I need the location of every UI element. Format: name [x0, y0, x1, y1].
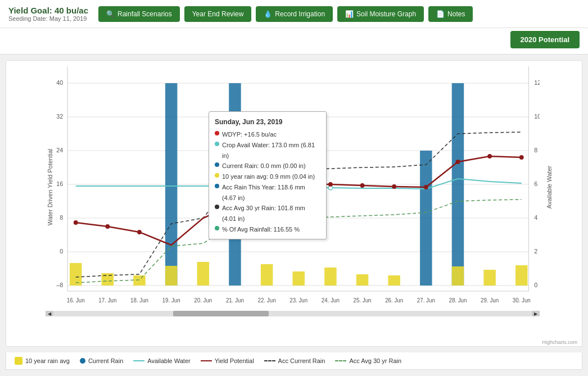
- legend-acc-avg-30yr: Acc Avg 30 yr Rain: [335, 357, 401, 364]
- tooltip-acc-avg-row: Acc Avg 30 yr Rain: 101.8 mm (4.01 in): [215, 203, 320, 224]
- legend-yield-potential-line: [201, 360, 212, 361]
- svg-rect-40: [420, 151, 432, 286]
- svg-point-69: [519, 155, 524, 160]
- potential-button[interactable]: 2020 Potential: [510, 31, 580, 48]
- tooltip-title: Sunday, Jun 23, 2019: [215, 116, 320, 128]
- svg-text:16: 16: [56, 180, 63, 187]
- chart-legend: 10 year rain avg Current Rain Available …: [6, 352, 582, 370]
- scrollbar-track[interactable]: [53, 311, 532, 316]
- svg-point-60: [105, 224, 110, 229]
- svg-text:12: 12: [534, 79, 540, 86]
- header: Yield Goal: 40 bu/ac Seeding Date: May 1…: [0, 0, 588, 28]
- svg-rect-45: [261, 264, 273, 286]
- svg-text:8: 8: [534, 147, 537, 153]
- svg-rect-44: [197, 262, 209, 286]
- svg-text:40: 40: [56, 79, 63, 86]
- svg-text:28. Jun: 28. Jun: [449, 297, 467, 303]
- svg-text:–8: –8: [56, 282, 63, 288]
- legend-acc-current-rain-line: [264, 360, 275, 361]
- droplet-icon: 💧: [264, 10, 272, 18]
- chart-tooltip: Sunday, Jun 23, 2019 WDYP: +16.5 bu/ac C…: [209, 111, 327, 239]
- legend-ten-year-label: 10 year rain avg: [25, 357, 70, 364]
- svg-rect-41: [452, 83, 464, 286]
- tooltip-acc-rain-row: Acc Rain This Year: 118.6 mm (4.67 in): [215, 182, 320, 203]
- tooltip-pct-avg: % Of Avg Rainfall: 116.55 %: [222, 224, 300, 235]
- soil-moisture-button[interactable]: 📊 Soil Moisture Graph: [337, 6, 424, 22]
- scroll-left-button[interactable]: ◀: [46, 311, 53, 316]
- tooltip-acc-rain: Acc Rain This Year: 118.6 mm (4.67 in): [222, 182, 320, 203]
- acc-avg-dot: [215, 205, 219, 209]
- rainfall-scenarios-button[interactable]: 🔍 Rainfall Scenarios: [98, 6, 180, 22]
- notes-icon: 📄: [436, 10, 445, 18]
- svg-text:Date: Date: [291, 307, 305, 308]
- svg-rect-42: [70, 263, 82, 286]
- header-title: Yield Goal: 40 bu/ac Seeding Date: May 1…: [8, 6, 88, 22]
- svg-text:4: 4: [534, 214, 537, 221]
- svg-text:24: 24: [56, 147, 63, 153]
- svg-text:25. Jun: 25. Jun: [354, 297, 372, 303]
- svg-rect-51: [133, 275, 145, 286]
- legend-avail-water-line: [133, 360, 144, 361]
- svg-text:20. Jun: 20. Jun: [194, 297, 212, 303]
- pct-dot: [215, 226, 219, 230]
- svg-text:22. Jun: 22. Jun: [258, 297, 276, 303]
- svg-point-61: [137, 230, 142, 234]
- svg-point-64: [360, 183, 365, 188]
- wdyp-dot: [215, 131, 219, 135]
- tooltip-crop-row: Crop Avail Water: 173.0 mm (6.81 in): [215, 140, 320, 161]
- y-axis-left-label: Water Driven Yield Potential: [47, 149, 53, 226]
- legend-current-rain: Current Rain: [80, 357, 123, 364]
- legend-yield-potential-label: Yield Potential: [215, 357, 254, 364]
- ten-year-dot: [215, 173, 219, 178]
- svg-rect-46: [324, 268, 336, 286]
- scroll-right-button[interactable]: ▶: [532, 311, 540, 316]
- svg-rect-54: [388, 275, 400, 286]
- svg-text:26. Jun: 26. Jun: [385, 297, 403, 303]
- tooltip-ten-year: 10 year rain avg: 0.9 mm (0.04 in): [222, 171, 315, 182]
- legend-yield-potential: Yield Potential: [201, 357, 254, 364]
- svg-text:23. Jun: 23. Jun: [290, 297, 307, 303]
- svg-point-65: [392, 184, 396, 189]
- tooltip-crop-avail: Crop Avail Water: 173.0 mm (6.81 in): [222, 140, 320, 161]
- legend-acc-current-rain-label: Acc Current Rain: [278, 357, 325, 364]
- tooltip-acc-avg: Acc Avg 30 yr Rain: 101.8 mm (4.01 in): [222, 203, 320, 224]
- notes-button[interactable]: 📄 Notes: [428, 6, 473, 22]
- search-icon: 🔍: [106, 10, 115, 18]
- legend-current-rain-dot: [80, 358, 85, 364]
- chart-wrapper: Water Driven Yield Potential Available W…: [46, 66, 540, 308]
- svg-point-67: [456, 160, 460, 164]
- svg-text:18. Jun: 18. Jun: [130, 297, 148, 303]
- chart-area: Water Driven Yield Potential Available W…: [6, 60, 582, 347]
- svg-text:17. Jun: 17. Jun: [98, 297, 116, 303]
- y-axis-right-label: Available Water: [546, 166, 553, 209]
- scrollbar-area[interactable]: ◀ ▶: [46, 309, 540, 318]
- svg-text:8: 8: [60, 214, 63, 221]
- legend-acc-avg-30yr-line: [335, 360, 346, 361]
- svg-text:0: 0: [534, 282, 537, 288]
- tooltip-pct-row: % Of Avg Rainfall: 116.55 %: [215, 224, 320, 235]
- svg-text:2: 2: [534, 248, 537, 255]
- svg-point-63: [328, 182, 333, 187]
- yield-goal-title: Yield Goal: 40 bu/ac: [8, 6, 88, 15]
- acc-rain-dot: [215, 184, 219, 188]
- scrollbar-thumb[interactable]: [173, 311, 269, 316]
- legend-ten-year-swatch: [15, 357, 22, 365]
- svg-text:10: 10: [534, 113, 540, 120]
- svg-rect-52: [293, 271, 305, 286]
- legend-current-rain-label: Current Rain: [88, 357, 123, 364]
- legend-avail-water: Available Water: [133, 357, 190, 364]
- record-irrigation-button[interactable]: 💧 Record Irrigation: [256, 6, 333, 22]
- svg-text:19. Jun: 19. Jun: [162, 297, 180, 303]
- seeding-date: Seeding Date: May 11, 2019: [8, 15, 88, 22]
- legend-acc-avg-30yr-label: Acc Avg 30 yr Rain: [349, 357, 401, 364]
- svg-text:30. Jun: 30. Jun: [513, 297, 531, 303]
- top-bar: 2020 Potential: [0, 28, 588, 55]
- svg-text:6: 6: [534, 180, 537, 187]
- svg-rect-38: [165, 83, 177, 286]
- tooltip-ten-year-row: 10 year rain avg: 0.9 mm (0.04 in): [215, 171, 320, 182]
- highcharts-credit: Highcharts.com: [542, 339, 577, 345]
- svg-point-66: [424, 185, 428, 189]
- year-end-review-button[interactable]: Year End Review: [184, 6, 252, 22]
- svg-text:16. Jun: 16. Jun: [67, 297, 85, 303]
- svg-text:21. Jun: 21. Jun: [226, 297, 244, 303]
